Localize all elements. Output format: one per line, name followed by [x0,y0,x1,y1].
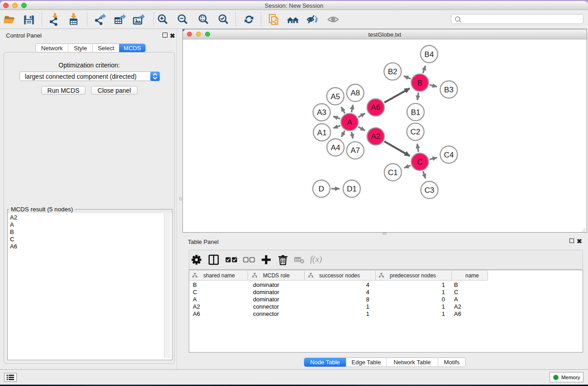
svg-text:C1: C1 [388,168,398,177]
svg-text:A5: A5 [330,92,340,101]
svg-text:A2: A2 [371,132,381,141]
svg-text:B4: B4 [425,50,434,59]
svg-text:A1: A1 [317,129,327,137]
svg-text:B1: B1 [411,108,421,117]
svg-text:A3: A3 [317,108,326,117]
svg-text:D1: D1 [347,185,357,193]
svg-text:A7: A7 [351,146,360,155]
svg-text:C4: C4 [444,151,454,159]
svg-text:A6: A6 [371,103,381,112]
svg-text:B2: B2 [388,67,397,76]
svg-text:A8: A8 [351,89,360,97]
svg-text:A: A [347,118,353,127]
svg-text:C3: C3 [425,186,435,195]
svg-text:C: C [417,158,422,167]
svg-text:C2: C2 [411,128,421,136]
svg-text:A4: A4 [331,143,340,152]
svg-text:B3: B3 [444,86,454,94]
svg-text:B: B [417,79,422,87]
svg-text:D: D [319,185,324,193]
